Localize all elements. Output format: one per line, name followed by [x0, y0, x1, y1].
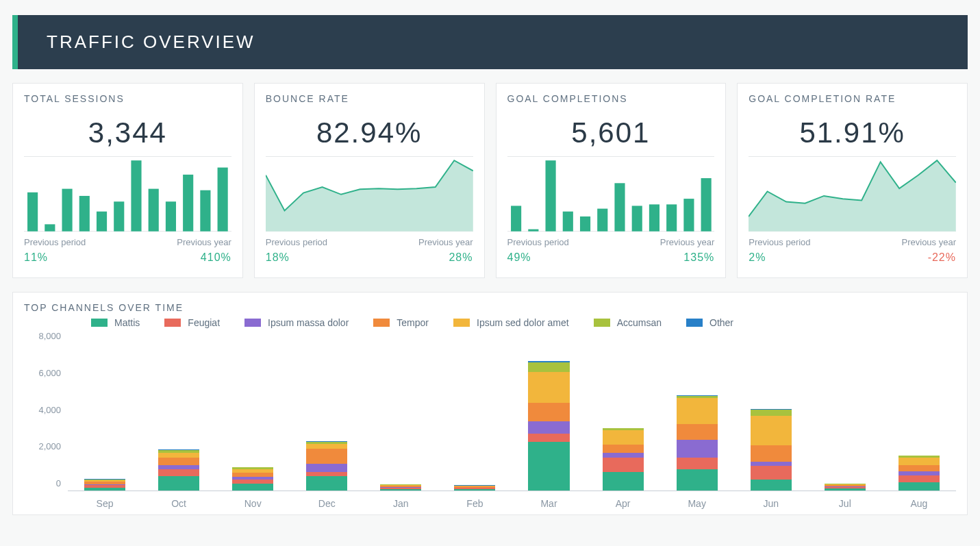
- legend-swatch: [91, 319, 108, 327]
- svg-rect-15: [562, 212, 573, 232]
- chart-legend: MattisFeugiatIpsum massa dolorTemporIpsu…: [91, 317, 956, 328]
- svg-rect-2: [62, 189, 73, 232]
- legend-item[interactable]: Ipsum sed dolor amet: [453, 317, 569, 328]
- chart-bar-segment: [677, 440, 718, 458]
- chart-bar-segment: [899, 475, 940, 482]
- kpi-value: 82.94%: [266, 116, 473, 149]
- legend-item[interactable]: Accumsan: [594, 317, 662, 328]
- x-tick-label: Jul: [808, 491, 882, 509]
- legend-label: Other: [709, 317, 733, 328]
- chart-bar: [290, 328, 364, 491]
- page-title: TRAFFIC OVERVIEW: [47, 32, 255, 52]
- chart-bar-segment: [899, 458, 940, 464]
- chart-bar-segment: [825, 488, 866, 491]
- prev-year-label: Previous year: [177, 237, 231, 247]
- chart-bar-segment: [528, 442, 569, 491]
- page-header: TRAFFIC OVERVIEW: [12, 15, 968, 69]
- legend-item[interactable]: Other: [686, 317, 733, 328]
- x-axis: SepOctNovDecJanFebMarAprMayJunJulAug: [68, 491, 956, 509]
- kpi-compare-row: Previous period49%Previous year135%: [507, 237, 715, 264]
- chart-bar-segment: [232, 484, 273, 491]
- y-tick-label: 8,000: [24, 331, 61, 341]
- y-tick-label: 4,000: [24, 405, 61, 415]
- chart-bar-segment: [751, 480, 792, 491]
- y-tick-label: 6,000: [24, 368, 61, 378]
- svg-rect-20: [649, 204, 659, 231]
- prev-period-label: Previous period: [24, 237, 86, 247]
- chart-bar-segment: [677, 469, 718, 491]
- chart-bar-segment: [158, 469, 199, 476]
- kpi-title: BOUNCE RATE: [266, 93, 473, 104]
- chart-bar: [734, 328, 808, 491]
- chart-bar: [512, 328, 586, 491]
- chart-bar: [882, 328, 956, 491]
- y-tick-label: 2,000: [24, 441, 61, 451]
- legend-item[interactable]: Tempor: [373, 317, 429, 328]
- legend-swatch: [244, 319, 261, 327]
- chart-bar-segment: [528, 362, 569, 373]
- prev-period-label: Previous period: [749, 237, 810, 247]
- svg-rect-4: [97, 212, 107, 232]
- chart-bar-segment: [84, 488, 125, 491]
- chart-bar-segment: [306, 476, 347, 491]
- chart-bar: [660, 328, 734, 491]
- chart-bar-segment: [751, 410, 792, 416]
- chart-bar-segment: [158, 476, 199, 491]
- prev-period-label: Previous period: [266, 237, 327, 247]
- svg-rect-16: [579, 216, 590, 232]
- chart-bar-segment: [603, 453, 644, 458]
- prev-year-value: 410%: [177, 251, 231, 264]
- panel-title: TOP CHANNELS OVER TIME: [24, 302, 956, 313]
- kpi-card: GOAL COMPLETION RATE51.91%Previous perio…: [737, 83, 968, 278]
- chart-bar-segment: [677, 424, 718, 439]
- channels-panel: TOP CHANNELS OVER TIME MattisFeugiatIpsu…: [12, 292, 968, 515]
- chart-bar-segment: [306, 464, 347, 472]
- legend-item[interactable]: Feugiat: [164, 317, 220, 328]
- x-tick-label: Dec: [290, 491, 364, 509]
- chart-bar-segment: [528, 421, 569, 434]
- x-tick-label: Feb: [438, 491, 512, 509]
- prev-year-label: Previous year: [660, 237, 714, 247]
- legend-label: Ipsum sed dolor amet: [477, 317, 569, 328]
- legend-item[interactable]: Mattis: [91, 317, 140, 328]
- chart-bar-segment: [677, 458, 718, 469]
- prev-period-value: 2%: [749, 251, 810, 264]
- chart-bar: [216, 328, 290, 491]
- chart-bar-segment: [751, 445, 792, 462]
- svg-rect-5: [114, 201, 124, 231]
- kpi-sparkline: [749, 156, 956, 232]
- kpi-title: GOAL COMPLETION RATE: [749, 93, 956, 104]
- legend-item[interactable]: Ipsum massa dolor: [244, 317, 349, 328]
- chart-bar: [808, 328, 882, 491]
- svg-rect-8: [166, 201, 176, 231]
- x-tick-label: May: [660, 491, 734, 509]
- legend-label: Ipsum massa dolor: [268, 317, 349, 328]
- chart-bar-segment: [380, 489, 421, 491]
- chart-bar-segment: [603, 472, 644, 491]
- stacked-bar-chart: [68, 328, 956, 491]
- chart-bar-segment: [528, 372, 569, 403]
- chart-bar-segment: [899, 465, 940, 471]
- chart-bar: [142, 328, 216, 491]
- kpi-sparkline: [507, 156, 715, 232]
- prev-year-value: -22%: [902, 251, 956, 264]
- x-tick-label: Apr: [586, 491, 660, 509]
- svg-rect-6: [131, 160, 141, 232]
- kpi-compare-row: Previous period18%Previous year28%: [266, 237, 473, 264]
- kpi-value: 51.91%: [749, 116, 956, 149]
- svg-rect-14: [545, 160, 555, 232]
- prev-year-label: Previous year: [418, 237, 473, 247]
- legend-swatch: [373, 319, 390, 327]
- chart-bar-segment: [454, 489, 495, 491]
- chart-bar: [364, 328, 438, 491]
- svg-rect-0: [27, 193, 38, 232]
- legend-label: Tempor: [397, 317, 429, 328]
- legend-label: Mattis: [114, 317, 140, 328]
- x-tick-label: Sep: [68, 491, 142, 509]
- kpi-card: BOUNCE RATE82.94%Previous period18%Previ…: [254, 83, 485, 278]
- kpi-card: TOTAL SESSIONS3,344Previous period11%Pre…: [12, 83, 243, 278]
- svg-rect-12: [511, 206, 521, 231]
- x-tick-label: Jan: [364, 491, 438, 509]
- legend-swatch: [453, 319, 470, 327]
- svg-rect-22: [683, 199, 694, 232]
